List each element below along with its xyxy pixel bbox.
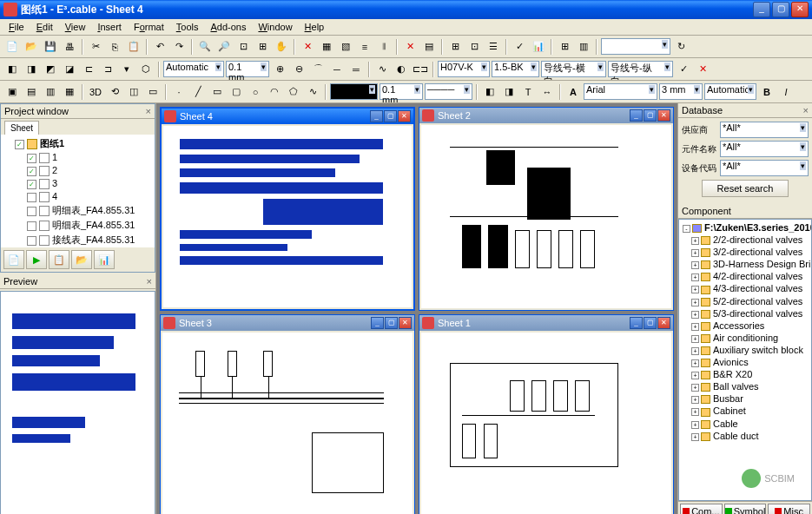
mdi-sheet-1[interactable]: Sheet 1_▢✕ <box>419 314 674 515</box>
linewidth2-combo[interactable]: 0.1 mm <box>380 83 423 100</box>
spline-icon[interactable]: ∿ <box>373 61 391 78</box>
redo-icon[interactable]: ↷ <box>170 38 188 56</box>
arrow-down-icon[interactable]: ▾ <box>118 61 135 78</box>
zoom-in-icon[interactable]: 🔍 <box>196 38 214 56</box>
comp-folder[interactable]: +Avionics <box>681 356 809 368</box>
face-icon[interactable]: ▭ <box>144 83 162 101</box>
pan-icon[interactable]: ✋ <box>273 38 290 56</box>
preview-close[interactable]: × <box>147 276 152 287</box>
proj-btn2[interactable]: ▶ <box>26 250 47 269</box>
poly-icon[interactable]: ⬠ <box>285 83 302 101</box>
dash-combo[interactable]: ──── <box>425 83 472 100</box>
tree-sheet-4[interactable]: 4 <box>3 190 153 203</box>
linestyle-combo[interactable]: Automatic <box>163 61 224 77</box>
zoom-fit-icon[interactable]: ⊡ <box>234 38 252 56</box>
connect-icon[interactable]: ✕ <box>299 38 316 56</box>
circle-icon[interactable]: ○ <box>247 83 264 101</box>
print-icon[interactable]: 🖶 <box>61 38 78 56</box>
component-tree[interactable]: -F:\Zuken\E3.series_2010 +2/2-directiona… <box>678 219 812 501</box>
proj-btn1[interactable]: 📄 <box>3 250 24 269</box>
panel4-icon[interactable]: ▦ <box>61 83 78 101</box>
group-icon[interactable]: ▦ <box>318 38 335 56</box>
bold-button[interactable]: B <box>758 83 776 101</box>
cancel-icon[interactable]: ✕ <box>694 61 711 78</box>
database-close[interactable]: × <box>803 105 809 115</box>
undo-icon[interactable]: ↶ <box>151 38 168 56</box>
terminal-icon[interactable]: ⊖ <box>290 61 307 78</box>
point-icon[interactable]: · <box>170 83 188 101</box>
comp-folder[interactable]: +Auxiliary switch block <box>681 344 809 356</box>
tree-sheet-1[interactable]: ✓1 <box>3 151 153 164</box>
symbol4-icon[interactable]: ◪ <box>61 61 78 78</box>
panel3-icon[interactable]: ▥ <box>42 83 59 101</box>
comp-folder[interactable]: +B&R X20 <box>681 368 809 380</box>
comp-folder[interactable]: +Cabinet <box>681 405 809 417</box>
snap-icon[interactable]: ⊡ <box>465 38 483 56</box>
canvas-sheet-4[interactable] <box>163 126 412 307</box>
linewidth-combo[interactable]: 0.1 mm <box>226 61 269 77</box>
arc-icon[interactable]: ◠ <box>266 83 283 101</box>
menu-help[interactable]: Help <box>300 21 330 33</box>
rotate-icon[interactable]: ⟲ <box>106 83 123 101</box>
menu-tools[interactable]: Tools <box>171 21 204 33</box>
mdi-sheet-3[interactable]: Sheet 3_▢✕ <box>160 314 415 515</box>
menu-format[interactable]: Format <box>129 21 169 33</box>
font-combo[interactable]: Arial <box>584 83 657 100</box>
code-combo[interactable]: *All* <box>720 160 809 176</box>
mdi-sheet-4[interactable]: Sheet 4_▢✕ <box>160 107 415 311</box>
bridge-icon[interactable]: ⌒ <box>309 61 327 78</box>
symbol3-icon[interactable]: ◩ <box>42 61 59 78</box>
zoom-out-icon[interactable]: 🔎 <box>215 38 233 56</box>
preview-canvas[interactable] <box>0 291 155 514</box>
canvas-sheet-3[interactable] <box>162 333 413 515</box>
proj-btn5[interactable]: 📊 <box>94 250 115 269</box>
wirelabel1-combo[interactable]: 导线号-横向 <box>541 61 606 77</box>
tab-misc[interactable]: Misc <box>768 504 810 514</box>
save-icon[interactable]: 💾 <box>42 38 59 56</box>
proj-btn4[interactable]: 📂 <box>71 250 92 269</box>
align-icon[interactable]: ≡ <box>356 38 373 56</box>
mdi-close[interactable]: ✕ <box>657 317 670 329</box>
report-icon[interactable]: 📊 <box>530 38 547 56</box>
cablesize-combo[interactable]: 1.5-BK <box>492 61 539 77</box>
menu-edit[interactable]: Edit <box>31 21 58 33</box>
close-button[interactable]: ✕ <box>791 2 809 17</box>
mdi-min[interactable]: _ <box>370 110 383 122</box>
mdi-close[interactable]: ✕ <box>657 109 670 122</box>
junction-icon[interactable]: ⊕ <box>271 61 288 78</box>
tab-symbol[interactable]: Symbol <box>724 504 767 514</box>
mdi-min[interactable]: _ <box>371 317 384 329</box>
comp-folder[interactable]: +Air conditioning <box>681 332 809 344</box>
symbol5-icon[interactable]: ⊏ <box>80 61 97 78</box>
sheet-icon[interactable]: ▤ <box>420 38 438 56</box>
comp-folder[interactable]: +Ball valves <box>681 380 809 392</box>
copy-icon[interactable]: ⎘ <box>106 38 123 56</box>
symbol6-icon[interactable]: ⊐ <box>99 61 116 78</box>
apply-icon[interactable]: ✓ <box>675 61 692 78</box>
project-tree[interactable]: ✓图纸1 ✓1 ✓2 ✓3 4 明细表_FA4.855.31 明细表_FA4.8… <box>1 135 155 247</box>
cable-combo[interactable]: H07V-K <box>438 61 490 77</box>
new-icon[interactable]: 📄 <box>3 38 21 56</box>
rrect-icon[interactable]: ▢ <box>228 83 245 101</box>
tree-item[interactable]: 明细表_FA4.855.31 <box>3 218 153 233</box>
distribute-icon[interactable]: ⫴ <box>375 38 393 56</box>
wirelabel2-combo[interactable]: 导线号-纵向 <box>608 61 673 77</box>
proj-btn3[interactable]: 📋 <box>49 250 69 269</box>
delete-icon[interactable]: ✕ <box>401 38 419 56</box>
mdi-close[interactable]: ✕ <box>398 110 411 122</box>
mdi-max[interactable]: ▢ <box>644 109 657 122</box>
tree-item[interactable]: 明细表_FA4.855.31 <box>3 203 153 218</box>
half-icon[interactable]: ◐ <box>393 61 410 78</box>
check-icon[interactable]: ✓ <box>511 38 528 56</box>
panel2-icon[interactable]: ▤ <box>23 83 40 101</box>
mdi-min[interactable]: _ <box>630 317 643 329</box>
line-icon[interactable]: ╱ <box>189 83 207 101</box>
fontauto-combo[interactable]: Automatic <box>704 83 756 100</box>
comp-folder[interactable]: +2/2-directional valves <box>681 234 809 246</box>
mdi-max[interactable]: ▢ <box>385 317 398 329</box>
comp-folder[interactable]: +Busbar <box>681 392 809 405</box>
fontsize-combo[interactable]: 3 mm <box>659 83 703 100</box>
tab-component[interactable]: Com... <box>680 504 723 514</box>
tree-sheet-3[interactable]: ✓3 <box>3 177 153 190</box>
mdi-max[interactable]: ▢ <box>384 110 397 122</box>
